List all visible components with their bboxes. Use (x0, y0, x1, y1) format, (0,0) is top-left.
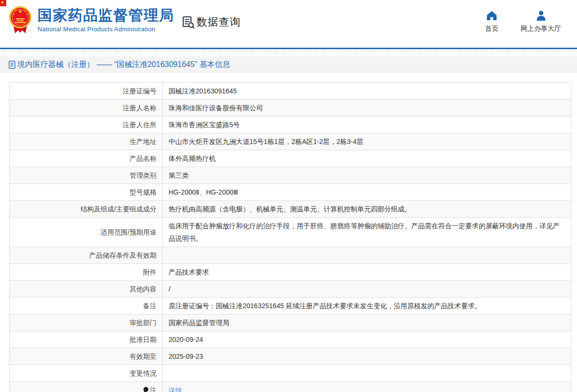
registration-info-table: 注册证编号 国械注准20163091645 注册人名称 珠海和佳医疗设备股份有限… (9, 82, 572, 392)
row-label: 有效期至 (10, 348, 163, 365)
table-row: 结构及组成/主要组成成分 热疗机由高频源（含电极）、机械单元、测温单元、计算机控… (10, 201, 572, 218)
org-name-cn: 国家药品监督管理局 (38, 7, 174, 24)
row-label: 变更情况 (10, 365, 163, 382)
row-value: 产品技术要求 (163, 264, 572, 281)
table-row: 产品储存条件及有效期 (10, 247, 572, 264)
row-label: 审批部门 (10, 314, 163, 331)
row-value: 临床用于配合肿瘤放疗和化疗的治疗手段，用于肝癌、膀胱癌等肿瘤的辅助治疗。产品需在… (163, 218, 572, 247)
row-value: 热疗机由高频源（含电极）、机械单元、测温单元、计算机控制单元四部分组成。 (163, 201, 572, 218)
nav-item-label: 首页 (485, 25, 498, 33)
row-value: 珠海和佳医疗设备股份有限公司 (163, 100, 572, 117)
nav-item-service-hall[interactable]: 网上办事大厅 (521, 11, 561, 33)
svg-text:★: ★ (18, 9, 23, 14)
detail-link[interactable]: 详情 (169, 387, 182, 392)
row-label: 附件 (10, 264, 163, 281)
hatch-texture-strip (0, 49, 577, 52)
top-nav: 首页 网上办事大厅 (485, 11, 561, 33)
row-value: / (163, 281, 572, 298)
note-icon (143, 384, 149, 392)
table-row: 生产地址 中山市火炬开发区九洲大道15号1栋1层，2栋A区1-2层，2栋3-4层 (10, 133, 572, 150)
national-emblem-logo: ★ ★ ★ ★ ★ (9, 5, 32, 35)
corner-red-mark (0, 0, 6, 6)
document-icon (9, 61, 15, 69)
row-label: 管理类别 (10, 167, 163, 184)
row-value: 2020-09-24 (163, 331, 572, 348)
table-row: 批准日期 2020-09-24 (10, 331, 572, 348)
row-value: 2025-09-23 (163, 348, 572, 365)
data-query-section: 数据查询 (183, 15, 241, 29)
page-header: ★ ★ ★ ★ ★ 国家药品监督管理局 National Medical Pro… (0, 0, 577, 48)
site-brand[interactable]: ★ ★ ★ ★ ★ 国家药品监督管理局 National Medical Pro… (9, 5, 174, 35)
row-label: 注册人名称 (10, 100, 163, 117)
table-row: 注册人名称 珠海和佳医疗设备股份有限公司 (10, 100, 572, 117)
table-row: 管理类别 第三类 (10, 167, 572, 184)
brand-text: 国家药品监督管理局 National Medical Products Admi… (38, 5, 174, 33)
row-label: 注册人住所 (10, 117, 163, 133)
table-row: 注册证编号 国械注准20163091645 (10, 83, 572, 100)
row-value: 珠海市香洲区宝盛路5号 (163, 117, 572, 133)
table-row: 变更情况 (10, 365, 572, 382)
row-value: 中山市火炬开发区九洲大道15号1栋1层，2栋A区1-2层，2栋3-4层 (163, 133, 572, 150)
table-row: 适用范围/预期用途 临床用于配合肿瘤放疗和化疗的治疗手段，用于肝癌、膀胱癌等肿瘤… (10, 218, 572, 247)
row-value: 体外高频热疗机 (163, 150, 572, 167)
home-icon (486, 11, 497, 21)
table-row: 注 详情 (10, 382, 572, 392)
nav-item-label: 网上办事大厅 (521, 25, 561, 33)
table-row: 附件 产品技术要求 (10, 264, 572, 281)
svg-text:★: ★ (14, 9, 17, 12)
row-label: 其他内容 (10, 281, 163, 298)
row-label: 结构及组成/主要组成成分 (10, 201, 163, 218)
row-label: 适用范围/预期用途 (10, 218, 163, 247)
table-row: 备注 原注册证编号：国械注准20163251645 延续注册产品技术要求未发生变… (10, 298, 572, 314)
document-search-icon (183, 16, 195, 29)
row-value: 原注册证编号：国械注准20163251645 延续注册产品技术要求未发生变化，沿… (163, 298, 572, 314)
row-label: 注册证编号 (10, 83, 163, 100)
table-row: 型号规格 HG-2000Ⅱ、HG-2000Ⅲ (10, 184, 572, 201)
row-value: 详情 (163, 382, 572, 392)
row-label: 产品名称 (10, 150, 163, 167)
svg-text:★: ★ (13, 13, 15, 15)
row-label: 生产地址 (10, 133, 163, 150)
table-row: 产品名称 体外高频热疗机 (10, 150, 572, 167)
row-value: 第三类 (163, 167, 572, 184)
table-row: 注册人住所 珠海市香洲区宝盛路5号 (10, 117, 572, 133)
org-name-en: National Medical Products Administration (38, 26, 174, 33)
nav-item-home[interactable]: 首页 (485, 11, 498, 33)
row-value: HG-2000Ⅱ、HG-2000Ⅲ (163, 184, 572, 201)
row-label: 批准日期 (10, 331, 163, 348)
data-query-label: 数据查询 (197, 15, 241, 29)
row-value: 国械注准20163091645 (163, 83, 572, 100)
svg-text:★: ★ (24, 9, 26, 12)
person-icon (536, 11, 546, 21)
row-label: 产品储存条件及有效期 (10, 247, 163, 264)
row-label: 注 (10, 382, 163, 392)
row-label: 型号规格 (10, 184, 163, 201)
page-title: 境内医疗器械（注册） —— “国械注准20163091645” 基本信息 (17, 60, 230, 70)
row-value: 国家药品监督管理局 (163, 314, 572, 331)
row-value (163, 365, 572, 382)
row-label: 备注 (10, 298, 163, 314)
row-value (163, 247, 572, 264)
breadcrumb-bar: 境内医疗器械（注册） —— “国械注准20163091645” 基本信息 (0, 56, 577, 73)
table-row: 审批部门 国家药品监督管理局 (10, 314, 572, 331)
svg-text:★: ★ (26, 13, 28, 15)
table-row: 其他内容 / (10, 281, 572, 298)
table-row: 有效期至 2025-09-23 (10, 348, 572, 365)
